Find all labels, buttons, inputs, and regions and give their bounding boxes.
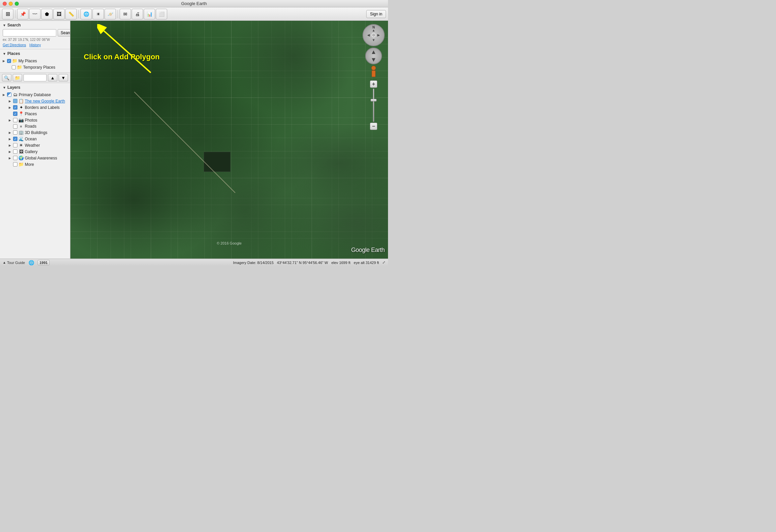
buildings-arrow-icon: ▶ — [9, 131, 12, 134]
layer-more[interactable]: 📁 More — [3, 161, 67, 168]
borders-checkbox[interactable]: ✓ — [13, 105, 17, 110]
search-places-btn[interactable]: 🔍 — [2, 74, 11, 81]
layer-places[interactable]: ✓ 📍 Places — [3, 111, 67, 117]
gallery-checkbox[interactable] — [13, 149, 17, 154]
buildings-checkbox[interactable] — [13, 130, 17, 135]
gallery-label: Gallery — [25, 149, 38, 154]
borders-label: Borders and Labels — [25, 105, 60, 110]
record-btn[interactable]: ⬜ — [156, 9, 167, 19]
tour-btn[interactable]: 🌐 — [80, 9, 92, 19]
show-sidebar-btn[interactable]: ⊞ — [2, 9, 13, 19]
ocean-checkbox[interactable]: ✓ — [13, 137, 17, 141]
global-label: Global Awareness — [25, 156, 57, 160]
places-layer-icon: 📍 — [18, 111, 24, 116]
my-places-item[interactable]: ▶ ✓ 📁 My Places — [3, 58, 67, 64]
compass-east-btn[interactable]: ▶ — [376, 33, 381, 38]
down-btn[interactable]: ▼ — [59, 74, 68, 81]
layer-photos[interactable]: ▶ 📷 Photos — [3, 117, 67, 123]
compass-sw — [366, 38, 371, 43]
expand-icon[interactable]: ⤢ — [382, 260, 385, 265]
titlebar: Google Earth — [0, 0, 388, 7]
add-path-btn[interactable]: 〰 — [29, 9, 41, 19]
search-input[interactable] — [3, 29, 56, 37]
get-directions-link[interactable]: Get Directions — [3, 43, 26, 47]
map-watermark: Google Earth — [351, 247, 385, 254]
planets-btn[interactable]: 🪐 — [105, 9, 116, 19]
places-search-input[interactable] — [23, 74, 47, 81]
add-polygon-btn[interactable]: ⬟ — [41, 9, 53, 19]
maximize-button[interactable] — [15, 2, 19, 6]
places-layer-checkbox[interactable]: ✓ — [13, 112, 17, 116]
my-places-checkbox[interactable]: ✓ — [7, 59, 11, 63]
map-area[interactable]: Click on Add Polygon © 2016 Google Googl… — [70, 21, 388, 259]
layers-header[interactable]: ▼ Layers — [3, 85, 67, 90]
tour-guide-arrow-icon: ▲ — [3, 261, 6, 264]
compass-n-label: N — [372, 25, 375, 29]
search-header[interactable]: ▼ Search — [3, 23, 67, 27]
layer-primary-database[interactable]: ▶ 🗂 Primary Database — [3, 91, 67, 98]
search-hint: ex: 37 25' 19.1"N, 122 05' 06"W — [3, 38, 67, 42]
search-row: Search — [3, 29, 67, 37]
sidebar: ▼ Search Search ex: 37 25' 19.1"N, 122 0… — [0, 21, 70, 259]
places-header[interactable]: ▼ Places — [3, 51, 67, 56]
add-placemark-btn[interactable]: 📌 — [17, 9, 28, 19]
pegman[interactable] — [370, 66, 377, 79]
minimize-button[interactable] — [9, 2, 13, 6]
weather-label: Weather — [25, 143, 40, 148]
temp-places-folder-icon: 📁 — [17, 65, 22, 70]
layer-new-google-earth[interactable]: ▶ 📋 The new Google Earth — [3, 98, 67, 104]
pegman-body — [372, 70, 376, 77]
places-triangle-icon: ▼ — [3, 52, 6, 56]
email-btn[interactable]: ✉ — [120, 9, 131, 19]
temporary-places-item[interactable]: 📁 Temporary Places — [3, 64, 67, 70]
layer-weather[interactable]: ▶ ☀ Weather — [3, 142, 67, 148]
bottom-bar: ▲ Tour Guide 🌐 1991 Imagery Date: 8/14/2… — [0, 259, 388, 266]
toolbar-separator — [15, 10, 15, 18]
zoom-slider-thumb[interactable] — [371, 99, 377, 102]
compass-nw — [366, 28, 371, 33]
primary-db-checkbox[interactable] — [7, 92, 11, 97]
tour-guide-btn[interactable]: ▲ Tour Guide — [3, 261, 25, 265]
window-title: Google Earth — [181, 1, 207, 6]
layer-ocean[interactable]: ▶ ✓ 🌊 Ocean — [3, 136, 67, 142]
add-image-overlay-btn[interactable]: 🖼 — [53, 9, 65, 19]
globe-icon: 🌐 — [28, 260, 34, 265]
search-button[interactable]: Search — [58, 29, 70, 37]
maps-btn[interactable]: 📊 — [144, 9, 155, 19]
layer-borders-labels[interactable]: ▶ ✓ ✦ Borders and Labels — [3, 104, 67, 111]
zoom-out-btn[interactable]: − — [370, 123, 377, 130]
layer-3d-buildings[interactable]: ▶ 🏢 3D Buildings — [3, 129, 67, 136]
compass-south-btn[interactable]: ▼ — [371, 38, 376, 43]
compass-se — [376, 38, 381, 43]
layer-gallery[interactable]: ▶ 🖼 Gallery — [3, 148, 67, 155]
nav-controls: N ▲ ◀ ⊙ ▶ ▼ ▲ ▼ — [363, 24, 385, 130]
weather-checkbox[interactable] — [13, 143, 17, 147]
signin-button[interactable]: Sign in — [366, 10, 386, 18]
new-ge-arrow-icon: ▶ — [9, 99, 12, 103]
more-checkbox[interactable] — [13, 162, 17, 167]
ocean-icon: 🌊 — [18, 136, 24, 141]
new-ge-checkbox[interactable] — [13, 99, 17, 103]
compass-west-btn[interactable]: ◀ — [366, 33, 371, 38]
print-btn[interactable]: 🖨 — [132, 9, 143, 19]
photos-arrow-icon: ▶ — [9, 119, 12, 122]
compass-center-btn[interactable]: ⊙ — [371, 33, 376, 38]
temp-places-checkbox[interactable] — [12, 65, 16, 69]
measure-btn[interactable]: 📏 — [65, 9, 77, 19]
global-checkbox[interactable] — [13, 156, 17, 160]
layer-global-awareness[interactable]: ▶ 🌍 Global Awareness — [3, 155, 67, 161]
pegman-head — [371, 66, 376, 70]
compass-ring[interactable]: N ▲ ◀ ⊙ ▶ ▼ — [363, 24, 385, 46]
tilt-control[interactable]: ▲ ▼ — [365, 48, 382, 64]
tilt-down-icon: ▼ — [371, 56, 377, 63]
folder-btn[interactable]: 📁 — [13, 74, 22, 81]
roads-checkbox[interactable] — [13, 124, 17, 129]
zoom-in-btn[interactable]: + — [370, 80, 377, 88]
close-button[interactable] — [3, 2, 7, 6]
history-link[interactable]: History — [29, 43, 41, 47]
up-btn[interactable]: ▲ — [48, 74, 57, 81]
ocean-arrow-icon: ▶ — [9, 137, 12, 141]
photos-checkbox[interactable] — [13, 118, 17, 122]
layer-roads[interactable]: ≡ Roads — [3, 123, 67, 129]
sun-btn[interactable]: ☀ — [92, 9, 104, 19]
